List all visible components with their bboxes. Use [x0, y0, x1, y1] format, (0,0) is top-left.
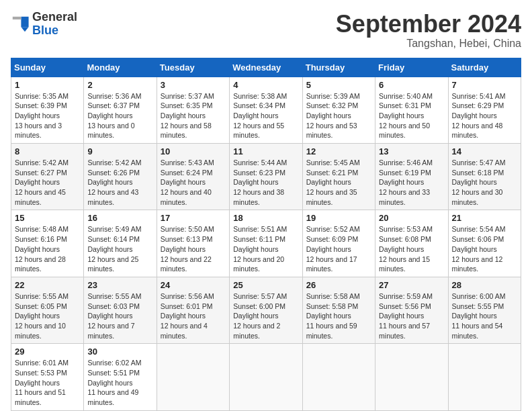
day-number: 8	[15, 146, 80, 156]
table-row: 25Sunrise: 5:57 AMSunset: 6:00 PMDayligh…	[230, 277, 302, 343]
table-row	[157, 344, 229, 410]
calendar-week-5: 29Sunrise: 6:01 AMSunset: 5:53 PMDayligh…	[11, 344, 521, 410]
day-detail: Sunrise: 5:55 AMSunset: 6:03 PMDaylight …	[87, 291, 152, 340]
col-wednesday: Wednesday	[230, 58, 302, 77]
calendar-week-2: 8Sunrise: 5:42 AMSunset: 6:27 PMDaylight…	[11, 144, 521, 210]
day-number: 20	[379, 213, 444, 223]
logo-general: General	[32, 10, 77, 24]
table-row: 30Sunrise: 6:02 AMSunset: 5:51 PMDayligh…	[84, 344, 157, 410]
table-row	[448, 344, 521, 410]
table-row: 2Sunrise: 5:36 AMSunset: 6:37 PMDaylight…	[84, 77, 157, 143]
day-detail: Sunrise: 5:49 AMSunset: 6:14 PMDaylight …	[87, 224, 152, 273]
table-row	[375, 344, 448, 410]
col-thursday: Thursday	[302, 58, 375, 77]
table-row: 11Sunrise: 5:44 AMSunset: 6:23 PMDayligh…	[230, 144, 302, 210]
svg-marker-2	[13, 17, 21, 19]
day-number: 22	[15, 280, 80, 290]
day-number: 18	[233, 213, 298, 223]
table-row: 23Sunrise: 5:55 AMSunset: 6:03 PMDayligh…	[84, 277, 157, 343]
calendar: Sunday Monday Tuesday Wednesday Thursday…	[11, 58, 521, 411]
table-row: 21Sunrise: 5:54 AMSunset: 6:06 PMDayligh…	[448, 210, 521, 277]
day-number: 9	[87, 146, 152, 156]
col-sunday: Sunday	[11, 58, 84, 77]
table-row: 29Sunrise: 6:01 AMSunset: 5:53 PMDayligh…	[11, 344, 84, 410]
col-friday: Friday	[375, 58, 448, 77]
calendar-week-3: 15Sunrise: 5:48 AMSunset: 6:16 PMDayligh…	[11, 210, 521, 277]
table-row: 8Sunrise: 5:42 AMSunset: 6:27 PMDaylight…	[11, 144, 84, 210]
table-row: 5Sunrise: 5:39 AMSunset: 6:32 PMDaylight…	[302, 77, 375, 143]
table-row: 10Sunrise: 5:43 AMSunset: 6:24 PMDayligh…	[157, 144, 229, 210]
day-detail: Sunrise: 5:40 AMSunset: 6:31 PMDaylight …	[379, 91, 444, 140]
day-number: 6	[379, 80, 444, 90]
day-number: 16	[87, 213, 152, 223]
day-detail: Sunrise: 5:42 AMSunset: 6:27 PMDaylight …	[15, 158, 80, 207]
day-detail: Sunrise: 5:47 AMSunset: 6:18 PMDaylight …	[452, 158, 517, 207]
table-row: 28Sunrise: 6:00 AMSunset: 5:55 PMDayligh…	[448, 277, 521, 343]
day-number: 24	[161, 280, 226, 290]
day-detail: Sunrise: 5:38 AMSunset: 6:34 PMDaylight …	[233, 91, 298, 140]
day-detail: Sunrise: 5:37 AMSunset: 6:35 PMDaylight …	[161, 91, 226, 140]
page-header: General Blue September 2024 Tangshan, He…	[11, 11, 521, 50]
table-row: 17Sunrise: 5:50 AMSunset: 6:13 PMDayligh…	[157, 210, 229, 277]
day-number: 26	[306, 280, 371, 290]
day-number: 15	[15, 213, 80, 223]
location: Tangshan, Hebei, China	[336, 38, 521, 50]
table-row: 24Sunrise: 5:56 AMSunset: 6:01 PMDayligh…	[157, 277, 229, 343]
day-detail: Sunrise: 5:54 AMSunset: 6:06 PMDaylight …	[452, 224, 517, 273]
day-detail: Sunrise: 5:59 AMSunset: 5:56 PMDaylight …	[379, 291, 444, 340]
day-number: 27	[379, 280, 444, 290]
table-row: 14Sunrise: 5:47 AMSunset: 6:18 PMDayligh…	[448, 144, 521, 210]
day-detail: Sunrise: 5:39 AMSunset: 6:32 PMDaylight …	[306, 91, 371, 140]
table-row: 15Sunrise: 5:48 AMSunset: 6:16 PMDayligh…	[11, 210, 84, 277]
table-row: 3Sunrise: 5:37 AMSunset: 6:35 PMDaylight…	[157, 77, 229, 143]
day-number: 1	[15, 80, 80, 90]
day-detail: Sunrise: 5:56 AMSunset: 6:01 PMDaylight …	[161, 291, 226, 340]
table-row: 19Sunrise: 5:52 AMSunset: 6:09 PMDayligh…	[302, 210, 375, 277]
table-row: 18Sunrise: 5:51 AMSunset: 6:11 PMDayligh…	[230, 210, 302, 277]
day-detail: Sunrise: 6:02 AMSunset: 5:51 PMDaylight …	[87, 358, 152, 407]
logo-icon	[11, 15, 30, 34]
day-detail: Sunrise: 6:00 AMSunset: 5:55 PMDaylight …	[452, 291, 517, 340]
day-detail: Sunrise: 5:55 AMSunset: 6:05 PMDaylight …	[15, 291, 80, 340]
table-row	[230, 344, 302, 410]
col-tuesday: Tuesday	[157, 58, 229, 77]
day-number: 5	[306, 80, 371, 90]
day-detail: Sunrise: 5:35 AMSunset: 6:39 PMDaylight …	[15, 91, 80, 140]
table-row: 4Sunrise: 5:38 AMSunset: 6:34 PMDaylight…	[230, 77, 302, 143]
day-detail: Sunrise: 5:52 AMSunset: 6:09 PMDaylight …	[306, 224, 371, 273]
table-row: 1Sunrise: 5:35 AMSunset: 6:39 PMDaylight…	[11, 77, 84, 143]
day-detail: Sunrise: 5:51 AMSunset: 6:11 PMDaylight …	[233, 224, 298, 273]
day-detail: Sunrise: 5:45 AMSunset: 6:21 PMDaylight …	[306, 158, 371, 207]
table-row: 7Sunrise: 5:41 AMSunset: 6:29 PMDaylight…	[448, 77, 521, 143]
table-row: 13Sunrise: 5:46 AMSunset: 6:19 PMDayligh…	[375, 144, 448, 210]
day-detail: Sunrise: 5:41 AMSunset: 6:29 PMDaylight …	[452, 91, 517, 140]
day-detail: Sunrise: 6:01 AMSunset: 5:53 PMDaylight …	[15, 358, 80, 407]
day-detail: Sunrise: 5:43 AMSunset: 6:24 PMDaylight …	[161, 158, 226, 207]
logo-blue: Blue	[32, 24, 58, 37]
day-number: 10	[161, 146, 226, 156]
logo-text: General Blue	[32, 11, 77, 38]
day-number: 23	[87, 280, 152, 290]
table-row: 22Sunrise: 5:55 AMSunset: 6:05 PMDayligh…	[11, 277, 84, 343]
calendar-week-1: 1Sunrise: 5:35 AMSunset: 6:39 PMDaylight…	[11, 77, 521, 143]
col-monday: Monday	[84, 58, 157, 77]
day-number: 3	[161, 80, 226, 90]
logo: General Blue	[11, 11, 77, 38]
day-number: 11	[233, 146, 298, 156]
month-title: September 2024	[336, 11, 521, 38]
day-detail: Sunrise: 5:53 AMSunset: 6:08 PMDaylight …	[379, 224, 444, 273]
day-number: 4	[233, 80, 298, 90]
day-detail: Sunrise: 5:50 AMSunset: 6:13 PMDaylight …	[161, 224, 226, 273]
table-row: 9Sunrise: 5:42 AMSunset: 6:26 PMDaylight…	[84, 144, 157, 210]
table-row: 20Sunrise: 5:53 AMSunset: 6:08 PMDayligh…	[375, 210, 448, 277]
day-number: 25	[233, 280, 298, 290]
day-number: 2	[87, 80, 152, 90]
day-number: 28	[452, 280, 517, 290]
table-row	[302, 344, 375, 410]
svg-marker-1	[21, 27, 28, 32]
day-number: 30	[87, 347, 152, 357]
day-number: 17	[161, 213, 226, 223]
day-number: 14	[452, 146, 517, 156]
table-row: 16Sunrise: 5:49 AMSunset: 6:14 PMDayligh…	[84, 210, 157, 277]
day-detail: Sunrise: 5:48 AMSunset: 6:16 PMDaylight …	[15, 224, 80, 273]
